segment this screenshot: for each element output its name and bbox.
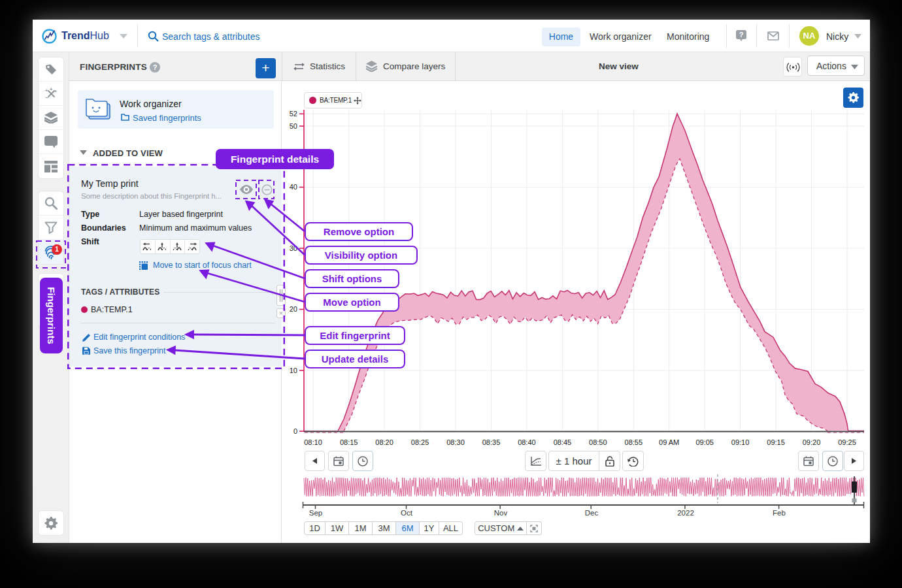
svg-text:08:55: 08:55	[625, 438, 643, 446]
svg-text:40: 40	[290, 183, 297, 191]
svg-text:08:45: 08:45	[554, 438, 572, 446]
svg-text:09:15: 09:15	[767, 438, 785, 446]
svg-text:0: 0	[293, 427, 297, 435]
svg-text:?: ?	[739, 31, 744, 39]
svg-text:Dec: Dec	[585, 509, 599, 517]
svg-text:09 AM: 09 AM	[659, 438, 679, 446]
svg-text:÷: ÷	[45, 88, 48, 93]
svg-text:08:15: 08:15	[340, 438, 358, 446]
svg-text:09:20: 09:20	[803, 438, 821, 446]
svg-text:09:25: 09:25	[838, 438, 856, 446]
svg-text:20: 20	[290, 305, 297, 313]
svg-text:Oct: Oct	[401, 509, 413, 517]
svg-text:30: 30	[290, 244, 297, 252]
svg-text:08:20: 08:20	[375, 438, 393, 446]
svg-text:09:10: 09:10	[731, 438, 750, 446]
svg-text:52: 52	[290, 110, 297, 118]
svg-text:2022: 2022	[677, 509, 694, 517]
svg-text:08:40: 08:40	[518, 438, 536, 446]
svg-text:50: 50	[290, 122, 297, 130]
svg-text:Sep: Sep	[309, 509, 322, 517]
svg-text:10: 10	[290, 367, 297, 374]
svg-text:08:25: 08:25	[411, 438, 429, 446]
svg-text:+: +	[50, 87, 53, 92]
svg-text:−: −	[46, 95, 49, 100]
svg-text:Nov: Nov	[494, 509, 508, 517]
svg-text:08:50: 08:50	[589, 438, 607, 446]
svg-text:09:05: 09:05	[695, 438, 714, 446]
svg-text:Feb: Feb	[773, 509, 786, 517]
svg-text:08:35: 08:35	[482, 438, 501, 446]
svg-text:08:30: 08:30	[446, 438, 465, 446]
svg-text:08:10: 08:10	[304, 438, 322, 446]
svg-text:×: ×	[54, 89, 57, 93]
